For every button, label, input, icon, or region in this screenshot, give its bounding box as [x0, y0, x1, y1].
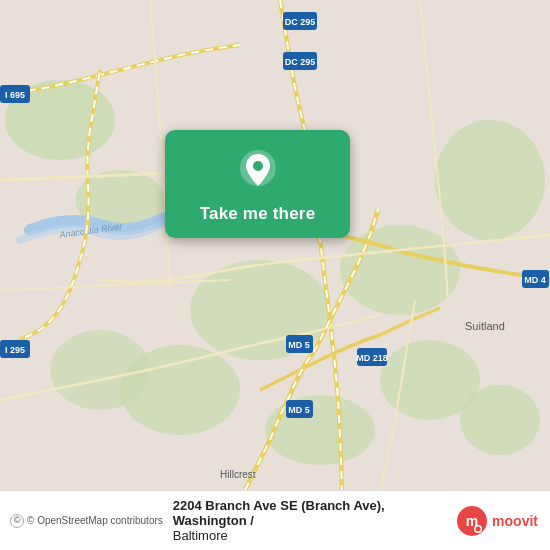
svg-text:I 695: I 695 [5, 90, 25, 100]
moovit-text: moovit [492, 513, 538, 529]
svg-point-35 [476, 526, 481, 531]
svg-text:DC 295: DC 295 [285, 57, 316, 67]
address-block: 2204 Branch Ave SE (Branch Ave), Washing… [173, 498, 446, 543]
moovit-icon: m [456, 505, 488, 537]
svg-text:Suitland: Suitland [465, 320, 505, 332]
svg-text:MD 4: MD 4 [524, 275, 546, 285]
svg-text:Hillcrest: Hillcrest [220, 469, 256, 480]
moovit-logo: m moovit [456, 505, 538, 537]
take-me-there-label: Take me there [200, 204, 316, 224]
osm-icon: © [10, 514, 24, 528]
navigation-card[interactable]: Take me there [165, 130, 350, 238]
svg-point-9 [50, 330, 150, 410]
svg-point-5 [435, 120, 545, 240]
map-view: Anacostia River DC 295 DC 295 [0, 0, 550, 490]
svg-point-31 [253, 161, 263, 171]
svg-text:MD 5: MD 5 [288, 340, 310, 350]
osm-credit: © © OpenStreetMap contributors [10, 514, 163, 528]
location-pin-icon [235, 148, 281, 194]
osm-credit-text: © OpenStreetMap contributors [27, 515, 163, 526]
svg-text:DC 295: DC 295 [285, 17, 316, 27]
svg-text:MD 218: MD 218 [356, 353, 388, 363]
svg-text:MD 5: MD 5 [288, 405, 310, 415]
svg-point-10 [460, 385, 540, 455]
address-line1: 2204 Branch Ave SE (Branch Ave), Washing… [173, 498, 446, 528]
svg-text:I 295: I 295 [5, 345, 25, 355]
bottom-info-bar: © © OpenStreetMap contributors 2204 Bran… [0, 490, 550, 550]
svg-point-8 [265, 395, 375, 465]
address-line2: Baltimore [173, 528, 446, 543]
